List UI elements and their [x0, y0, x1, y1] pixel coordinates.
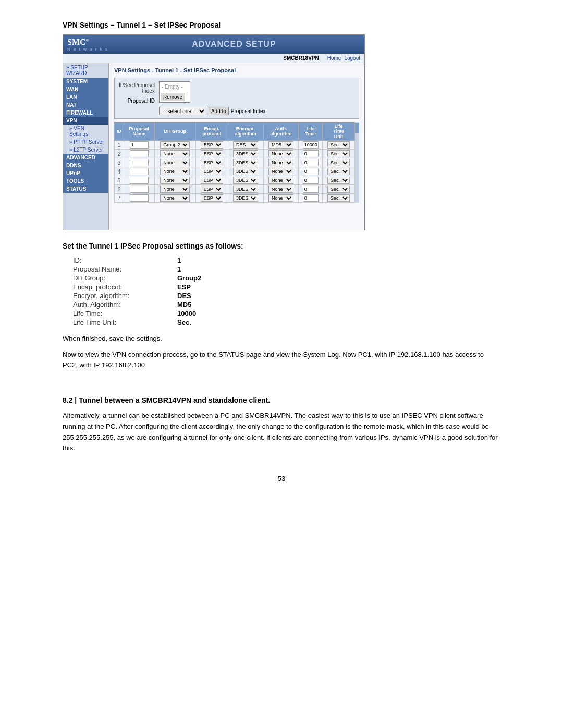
dh-select[interactable]: None Group 2 Group 5: [160, 159, 190, 166]
cell-unit[interactable]: Sec. Min. Hr.: [323, 150, 355, 158]
name-input[interactable]: [130, 159, 149, 166]
cell-dh[interactable]: None Group 2 Group 5: [154, 141, 195, 150]
encrypt-select[interactable]: 3DES DES AES: [233, 186, 258, 193]
cell-auth[interactable]: None MD5 SHA1: [263, 141, 299, 150]
proposal-id-select[interactable]: -- select one --: [159, 107, 206, 115]
auth-select[interactable]: None MD5 SHA1: [268, 168, 293, 175]
sidebar-section-upnp[interactable]: UPnP: [63, 169, 108, 177]
cell-life[interactable]: [299, 194, 323, 203]
cell-name[interactable]: [124, 185, 155, 194]
life-input[interactable]: [303, 150, 319, 157]
encap-select[interactable]: ESP AH: [201, 194, 223, 202]
encap-select[interactable]: ESP AH: [201, 186, 223, 193]
scrollbar-thumb[interactable]: [355, 123, 359, 133]
cell-unit[interactable]: Sec. Min. Hr.: [323, 167, 355, 176]
encap-select[interactable]: ESP AH: [201, 141, 223, 149]
cell-encap[interactable]: ESP AH: [195, 150, 228, 158]
auth-select[interactable]: None MD5 SHA1: [268, 150, 293, 157]
cell-life[interactable]: [299, 167, 323, 176]
cell-dh[interactable]: None Group 2 Group 5: [154, 150, 195, 158]
cell-encap[interactable]: ESP AH: [195, 158, 228, 167]
cell-dh[interactable]: None Group 2 Group 5: [154, 176, 195, 185]
auth-select[interactable]: None MD5 SHA1: [268, 194, 293, 202]
name-input[interactable]: [130, 194, 149, 202]
add-to-button[interactable]: Add to: [209, 107, 229, 115]
sidebar-section-vpn[interactable]: VPN: [63, 117, 108, 125]
cell-dh[interactable]: None Group 2 Group 5: [154, 158, 195, 167]
unit-select[interactable]: Sec. Min. Hr.: [327, 177, 350, 184]
cell-name[interactable]: [124, 194, 155, 203]
sidebar-section-tools[interactable]: TOOLS: [63, 177, 108, 185]
auth-select[interactable]: None MD5 SHA1: [268, 141, 293, 149]
name-input[interactable]: [130, 177, 149, 184]
sidebar-item-setup-wizard[interactable]: » SETUP WIZARD: [63, 63, 108, 78]
cell-dh[interactable]: None Group 2 Group 5: [154, 185, 195, 194]
dh-select[interactable]: None Group 2 Group 5: [160, 194, 190, 202]
cell-life[interactable]: [299, 141, 323, 150]
sidebar-section-system[interactable]: SYSTEM: [63, 78, 108, 85]
life-input[interactable]: [303, 177, 319, 184]
sidebar-section-advanced[interactable]: ADVANCED: [63, 154, 108, 162]
life-input[interactable]: [303, 168, 319, 175]
cell-life[interactable]: [299, 158, 323, 167]
name-input[interactable]: [130, 150, 149, 157]
cell-name[interactable]: [124, 167, 155, 176]
cell-auth[interactable]: None MD5 SHA1: [263, 150, 299, 158]
dh-select[interactable]: None Group 2 Group 5: [160, 186, 190, 193]
cell-life[interactable]: [299, 185, 323, 194]
unit-select[interactable]: Sec. Min. Hr.: [327, 141, 350, 149]
cell-auth[interactable]: None MD5 SHA1: [263, 158, 299, 167]
encap-select[interactable]: ESP AH: [201, 159, 223, 166]
encap-select[interactable]: ESP AH: [201, 177, 223, 184]
auth-select[interactable]: None MD5 SHA1: [268, 186, 293, 193]
cell-encrypt[interactable]: 3DES DES AES: [228, 194, 263, 203]
cell-encrypt[interactable]: 3DES DES AES: [228, 141, 263, 150]
life-input[interactable]: [303, 194, 319, 202]
encrypt-select[interactable]: 3DES DES AES: [233, 194, 258, 202]
cell-encrypt[interactable]: 3DES DES AES: [228, 167, 263, 176]
cell-name[interactable]: [124, 150, 155, 158]
encrypt-select[interactable]: 3DES DES AES: [233, 159, 258, 166]
sidebar-section-wan[interactable]: WAN: [63, 85, 108, 93]
encap-select[interactable]: ESP AH: [201, 168, 223, 175]
cell-life[interactable]: [299, 176, 323, 185]
cell-life[interactable]: [299, 150, 323, 158]
unit-select[interactable]: Sec. Min. Hr.: [327, 159, 350, 166]
name-input[interactable]: [130, 168, 149, 175]
dh-select[interactable]: None Group 2 Group 5: [160, 141, 190, 149]
unit-select[interactable]: Sec. Min. Hr.: [327, 168, 350, 175]
cell-auth[interactable]: None MD5 SHA1: [263, 167, 299, 176]
cell-name[interactable]: [124, 158, 155, 167]
cell-dh[interactable]: None Group 2 Group 5: [154, 194, 195, 203]
sidebar-item-vpn-settings[interactable]: » VPN Settings: [63, 125, 108, 138]
encrypt-select[interactable]: 3DES DES AES: [233, 150, 258, 157]
cell-unit[interactable]: Sec. Min. Hr.: [323, 194, 355, 203]
scrollbar-track[interactable]: [355, 122, 359, 203]
cell-unit[interactable]: Sec. Min. Hr.: [323, 141, 355, 150]
cell-auth[interactable]: None MD5 SHA1: [263, 176, 299, 185]
sidebar-section-ddns[interactable]: DDNS: [63, 162, 108, 169]
life-input[interactable]: [303, 186, 319, 193]
sidebar-section-nat[interactable]: NAT: [63, 101, 108, 109]
sidebar-section-status[interactable]: STATUS: [63, 185, 108, 193]
encrypt-select[interactable]: 3DES DES AES: [233, 141, 258, 149]
cell-unit[interactable]: Sec. Min. Hr.: [323, 158, 355, 167]
cell-dh[interactable]: None Group 2 Group 5: [154, 167, 195, 176]
cell-unit[interactable]: Sec. Min. Hr.: [323, 176, 355, 185]
cell-encap[interactable]: ESP AH: [195, 167, 228, 176]
logout-link[interactable]: Logout: [344, 55, 360, 61]
cell-encap[interactable]: ESP AH: [195, 141, 228, 150]
sidebar-section-lan[interactable]: LAN: [63, 93, 108, 101]
encap-select[interactable]: ESP AH: [201, 150, 223, 157]
cell-name[interactable]: [124, 141, 155, 150]
auth-select[interactable]: None MD5 SHA1: [268, 177, 293, 184]
cell-name[interactable]: [124, 176, 155, 185]
dh-select[interactable]: None Group 2 Group 5: [160, 150, 190, 157]
remove-button[interactable]: Remove: [161, 93, 185, 101]
cell-encrypt[interactable]: 3DES DES AES: [228, 176, 263, 185]
dh-select[interactable]: None Group 2 Group 5: [160, 177, 190, 184]
cell-encap[interactable]: ESP AH: [195, 194, 228, 203]
encrypt-select[interactable]: 3DES DES AES: [233, 168, 258, 175]
auth-select[interactable]: None MD5 SHA1: [268, 159, 293, 166]
life-input[interactable]: [303, 159, 319, 166]
